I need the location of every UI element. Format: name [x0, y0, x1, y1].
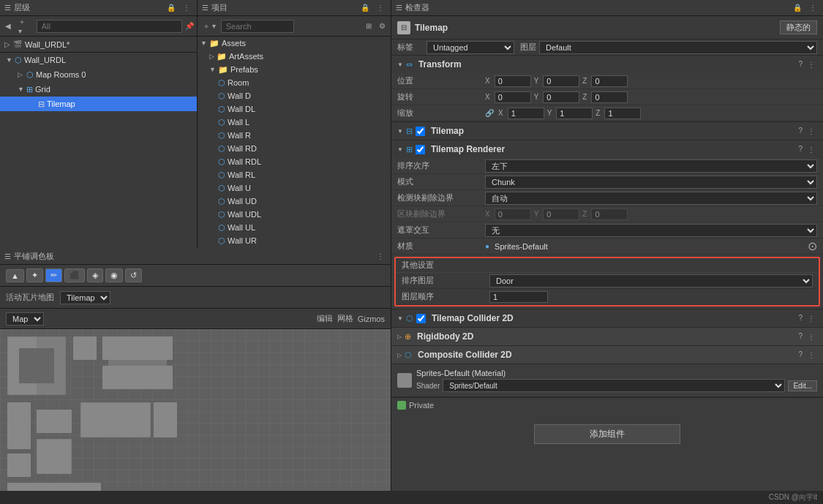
rigidbody-help-icon[interactable]: ? — [798, 332, 803, 342]
transform-section-header[interactable]: ▼ ⇔ Transform ? ⋮ — [391, 56, 823, 73]
rigidbody-header[interactable]: ▷ ⊕ Rigidbody 2D ? ⋮ — [391, 328, 823, 345]
hierarchy-more-icon[interactable]: ⋮ — [181, 3, 192, 12]
composite-icon: ⬡ — [405, 350, 412, 360]
tilemap-renderer-header[interactable]: ▼ ⊞ Tilemap Renderer ? ⋮ — [391, 140, 823, 158]
pos-z-input[interactable] — [591, 75, 628, 87]
project-layout-icon[interactable]: ⊞ — [364, 21, 374, 31]
hierarchy-lock-icon[interactable]: 🔒 — [165, 3, 178, 12]
map-select[interactable]: Map — [6, 312, 44, 326]
pick-tool[interactable]: ◈ — [87, 268, 103, 282]
composite-collider-header[interactable]: ▷ ⬡ Composite Collider 2D ? ⋮ — [391, 346, 823, 364]
project-item-wall-ud[interactable]: ⬡ Wall UD — [198, 195, 391, 208]
project-item-assets[interactable]: ▼ 📁 Assets — [198, 37, 391, 50]
tilemap-help-icon[interactable]: ? — [798, 127, 803, 136]
hierarchy-search-input[interactable] — [37, 20, 182, 33]
project-item-label: Room — [228, 78, 249, 87]
composite-help-icon[interactable]: ? — [798, 350, 803, 360]
renderer-more-icon[interactable]: ⋮ — [805, 145, 817, 154]
tilemap-component-header[interactable]: ▼ ⊟ Tilemap ? ⋮ — [391, 122, 823, 140]
project-item-wall-ur[interactable]: ⬡ Wall UR — [198, 234, 391, 247]
project-item-wall-l[interactable]: ⬡ Wall L — [198, 116, 391, 129]
sort-layer-select[interactable]: Door — [489, 274, 813, 287]
project-item-artassets[interactable]: ▷ 📁 ArtAssets — [198, 50, 391, 63]
prefab-icon: ⬡ — [218, 223, 225, 233]
project-item-wall-d[interactable]: ⬡ Wall D — [198, 89, 391, 102]
sort-order-label: 排序次序 — [397, 160, 485, 171]
project-item-room[interactable]: ⬡ Room — [198, 76, 391, 89]
tilemap-collider-header[interactable]: ▼ ⬡ Tilemap Collider 2D ? ⋮ — [391, 309, 823, 327]
scale-z-input[interactable] — [604, 108, 641, 119]
inspector-more-icon[interactable]: ⋮ — [807, 3, 819, 12]
add-component-button[interactable]: 添加组件 — [534, 424, 680, 444]
layer-order-input[interactable] — [489, 291, 548, 303]
project-add-icon[interactable]: ＋ ▾ — [200, 20, 218, 32]
project-item-prefabs[interactable]: ▼ 📁 Prefabs — [198, 63, 391, 76]
tilemap-palette-panel: ☰ 平铺调色板 ⋮ ▲ ✦ ✏ ⬛ ◈ ◉ ↺ — [0, 249, 391, 491]
project-item-wall-rl[interactable]: ⬡ Wall RL — [198, 168, 391, 181]
pos-y-input[interactable] — [543, 75, 579, 87]
active-tilemap-select[interactable]: Tilemap — [60, 291, 110, 304]
renderer-enabled-checkbox[interactable] — [416, 145, 425, 154]
scale-x-input[interactable] — [508, 108, 544, 119]
rotate-tool[interactable]: ↺ — [125, 268, 142, 282]
project-item-wall-rdl[interactable]: ⬡ Wall RDL — [198, 155, 391, 168]
collider-help-icon[interactable]: ? — [798, 314, 803, 323]
composite-more-icon[interactable]: ⋮ — [805, 350, 817, 360]
collider-enabled-checkbox[interactable] — [416, 314, 426, 323]
hierarchy-item-tilemap[interactable]: ⊟ Tilemap — [0, 97, 197, 111]
rigidbody-title: Rigidbody 2D — [417, 331, 473, 342]
project-item-wall-rd[interactable]: ⬡ Wall RD — [198, 142, 391, 155]
transform-more-icon[interactable]: ⋮ — [805, 60, 817, 69]
detect-chunk-select[interactable]: 自动 — [485, 192, 817, 205]
hierarchy-pin-icon[interactable]: 📌 — [185, 22, 194, 30]
private-checkbox-icon[interactable] — [397, 401, 406, 410]
project-more-icon[interactable]: ⋮ — [375, 3, 386, 12]
tilemap-enabled-checkbox[interactable] — [416, 127, 425, 136]
project-settings-icon[interactable]: ⚙ — [377, 21, 388, 31]
fill-tool[interactable]: ⬛ — [64, 268, 85, 282]
edit-shader-button[interactable]: Edit... — [788, 380, 817, 391]
hierarchy-item-grid[interactable]: ▼ ⊞ Grid — [0, 82, 197, 97]
material-target-icon[interactable]: ⊙ — [808, 239, 817, 253]
project-header: ☰ 项目 🔒 ⋮ — [198, 0, 391, 16]
inspector-lock-icon[interactable]: 🔒 — [791, 3, 804, 12]
project-item-wall-r[interactable]: ⬡ Wall R — [198, 129, 391, 142]
project-item-wall-ul[interactable]: ⬡ Wall UL — [198, 221, 391, 234]
shader-select[interactable]: Sprites/Default — [443, 379, 785, 392]
project-item-label: Assets — [222, 39, 246, 48]
renderer-help-icon[interactable]: ? — [798, 145, 803, 154]
move-tool[interactable]: ✦ — [26, 268, 43, 282]
scale-y-input[interactable] — [556, 108, 593, 119]
project-item-wall-u[interactable]: ⬡ Wall U — [198, 181, 391, 195]
hierarchy-add-icon[interactable]: ＋ ▾ — [16, 16, 34, 36]
layer-dropdown[interactable]: Default — [539, 41, 817, 54]
tilemap-more-icon[interactable]: ⋮ — [375, 252, 386, 261]
hierarchy-item-map-rooms[interactable]: ▷ ⬡ Map Rooms 0 — [0, 67, 197, 82]
private-row: Private — [391, 397, 823, 413]
hierarchy-item-label: Wall_URDL — [24, 56, 66, 64]
rot-y-input[interactable] — [543, 91, 579, 103]
mask-select[interactable]: 无 — [485, 224, 817, 237]
tag-dropdown[interactable]: Untagged — [426, 41, 514, 54]
mode-select[interactable]: Chunk — [485, 176, 817, 189]
sort-order-select[interactable]: 左下 — [485, 159, 817, 173]
transform-help-icon[interactable]: ? — [798, 60, 803, 69]
static-button[interactable]: 静态的 — [780, 20, 817, 34]
project-item-wall-dl[interactable]: ⬡ Wall DL — [198, 102, 391, 116]
erase-tool[interactable]: ◉ — [105, 268, 123, 282]
rot-z-input[interactable] — [591, 91, 628, 103]
project-item-wall-udl[interactable]: ⬡ Wall UDL — [198, 208, 391, 221]
hierarchy-item-wall-urdl[interactable]: ▼ ⬡ Wall_URDL — [0, 53, 197, 67]
select-tool[interactable]: ▲ — [6, 269, 24, 282]
rigidbody-more-icon[interactable]: ⋮ — [805, 332, 817, 342]
rigidbody-icon: ⊕ — [405, 332, 411, 342]
paint-tool[interactable]: ✏ — [45, 268, 62, 282]
project-search-input[interactable] — [221, 20, 294, 33]
hierarchy-back-icon[interactable]: ◀ — [3, 21, 13, 31]
tilemap-section-more-icon[interactable]: ⋮ — [805, 127, 817, 136]
project-lock-icon[interactable]: 🔒 — [358, 3, 372, 12]
pos-x-input[interactable] — [495, 75, 531, 87]
collider-more-icon[interactable]: ⋮ — [805, 314, 817, 323]
tilemap-section-title: Tilemap — [431, 126, 464, 136]
rot-x-input[interactable] — [495, 91, 531, 103]
